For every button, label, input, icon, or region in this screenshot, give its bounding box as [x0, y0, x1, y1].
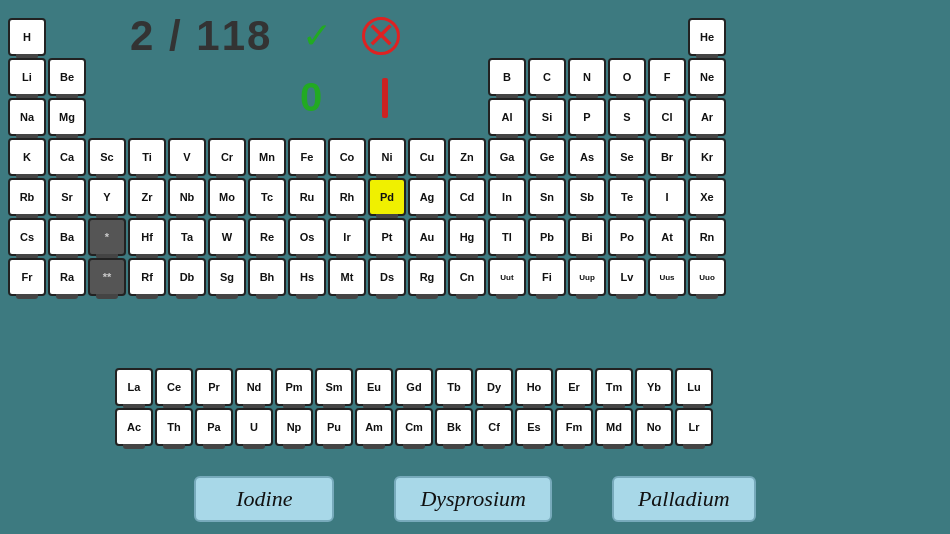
element-Nd[interactable]: Nd: [235, 368, 273, 406]
element-Sr[interactable]: Sr: [48, 178, 86, 216]
element-Sn[interactable]: Sn: [528, 178, 566, 216]
element-Li[interactable]: Li: [8, 58, 46, 96]
element-Hs[interactable]: Hs: [288, 258, 326, 296]
element-Au[interactable]: Au: [408, 218, 446, 256]
element-H[interactable]: H: [8, 18, 46, 56]
element-N[interactable]: N: [568, 58, 606, 96]
element-Tl[interactable]: Tl: [488, 218, 526, 256]
element-Re[interactable]: Re: [248, 218, 286, 256]
element-Pd[interactable]: Pd: [368, 178, 406, 216]
element-Np[interactable]: Np: [275, 408, 313, 446]
element-Ds[interactable]: Ds: [368, 258, 406, 296]
element-Ag[interactable]: Ag: [408, 178, 446, 216]
element-Ir[interactable]: Ir: [328, 218, 366, 256]
element-La[interactable]: La: [115, 368, 153, 406]
element-Sg[interactable]: Sg: [208, 258, 246, 296]
element-Kr[interactable]: Kr: [688, 138, 726, 176]
element-Te[interactable]: Te: [608, 178, 646, 216]
element-Os[interactable]: Os: [288, 218, 326, 256]
element-Sm[interactable]: Sm: [315, 368, 353, 406]
element-**[interactable]: **: [88, 258, 126, 296]
element-Al[interactable]: Al: [488, 98, 526, 136]
element-Lv[interactable]: Lv: [608, 258, 646, 296]
element-Cl[interactable]: Cl: [648, 98, 686, 136]
element-Ne[interactable]: Ne: [688, 58, 726, 96]
element-Rf[interactable]: Rf: [128, 258, 166, 296]
element-Hf[interactable]: Hf: [128, 218, 166, 256]
element-Cn[interactable]: Cn: [448, 258, 486, 296]
element-As[interactable]: As: [568, 138, 606, 176]
element-Si[interactable]: Si: [528, 98, 566, 136]
element-Nb[interactable]: Nb: [168, 178, 206, 216]
element-Dy[interactable]: Dy: [475, 368, 513, 406]
element-Yb[interactable]: Yb: [635, 368, 673, 406]
element-C[interactable]: C: [528, 58, 566, 96]
element-Na[interactable]: Na: [8, 98, 46, 136]
element-Es[interactable]: Es: [515, 408, 553, 446]
element-Cs[interactable]: Cs: [8, 218, 46, 256]
element-F[interactable]: F: [648, 58, 686, 96]
element-Pr[interactable]: Pr: [195, 368, 233, 406]
element-Bh[interactable]: Bh: [248, 258, 286, 296]
element-No[interactable]: No: [635, 408, 673, 446]
label-dysprosium[interactable]: Dysprosium: [394, 476, 552, 522]
element-Ta[interactable]: Ta: [168, 218, 206, 256]
element-Db[interactable]: Db: [168, 258, 206, 296]
element-Tc[interactable]: Tc: [248, 178, 286, 216]
element-K[interactable]: K: [8, 138, 46, 176]
element-*[interactable]: *: [88, 218, 126, 256]
element-O[interactable]: O: [608, 58, 646, 96]
element-Rh[interactable]: Rh: [328, 178, 366, 216]
element-V[interactable]: V: [168, 138, 206, 176]
element-B[interactable]: B: [488, 58, 526, 96]
element-Ar[interactable]: Ar: [688, 98, 726, 136]
element-Lu[interactable]: Lu: [675, 368, 713, 406]
element-Ni[interactable]: Ni: [368, 138, 406, 176]
element-Ce[interactable]: Ce: [155, 368, 193, 406]
element-At[interactable]: At: [648, 218, 686, 256]
element-Er[interactable]: Er: [555, 368, 593, 406]
element-Gd[interactable]: Gd: [395, 368, 433, 406]
element-Uus[interactable]: Uus: [648, 258, 686, 296]
element-Br[interactable]: Br: [648, 138, 686, 176]
element-U[interactable]: U: [235, 408, 273, 446]
element-Zr[interactable]: Zr: [128, 178, 166, 216]
element-Rg[interactable]: Rg: [408, 258, 446, 296]
element-Sc[interactable]: Sc: [88, 138, 126, 176]
element-Zn[interactable]: Zn: [448, 138, 486, 176]
element-Ga[interactable]: Ga: [488, 138, 526, 176]
element-Md[interactable]: Md: [595, 408, 633, 446]
element-Tm[interactable]: Tm: [595, 368, 633, 406]
element-Fi[interactable]: Fi: [528, 258, 566, 296]
element-Ac[interactable]: Ac: [115, 408, 153, 446]
element-Be[interactable]: Be: [48, 58, 86, 96]
element-I[interactable]: I: [648, 178, 686, 216]
element-Cm[interactable]: Cm: [395, 408, 433, 446]
element-P[interactable]: P: [568, 98, 606, 136]
element-Xe[interactable]: Xe: [688, 178, 726, 216]
element-Co[interactable]: Co: [328, 138, 366, 176]
element-In[interactable]: In: [488, 178, 526, 216]
element-Uup[interactable]: Uup: [568, 258, 606, 296]
element-Cr[interactable]: Cr: [208, 138, 246, 176]
element-Ho[interactable]: Ho: [515, 368, 553, 406]
element-Ba[interactable]: Ba: [48, 218, 86, 256]
element-Pm[interactable]: Pm: [275, 368, 313, 406]
element-Uuo[interactable]: Uuo: [688, 258, 726, 296]
element-Pa[interactable]: Pa: [195, 408, 233, 446]
element-Ca[interactable]: Ca: [48, 138, 86, 176]
element-Se[interactable]: Se: [608, 138, 646, 176]
element-Am[interactable]: Am: [355, 408, 393, 446]
element-S[interactable]: S: [608, 98, 646, 136]
element-Rn[interactable]: Rn: [688, 218, 726, 256]
element-He[interactable]: He: [688, 18, 726, 56]
element-Ge[interactable]: Ge: [528, 138, 566, 176]
element-Mt[interactable]: Mt: [328, 258, 366, 296]
element-Y[interactable]: Y: [88, 178, 126, 216]
element-Ra[interactable]: Ra: [48, 258, 86, 296]
element-Mo[interactable]: Mo: [208, 178, 246, 216]
element-Cf[interactable]: Cf: [475, 408, 513, 446]
element-Po[interactable]: Po: [608, 218, 646, 256]
element-Cd[interactable]: Cd: [448, 178, 486, 216]
element-W[interactable]: W: [208, 218, 246, 256]
